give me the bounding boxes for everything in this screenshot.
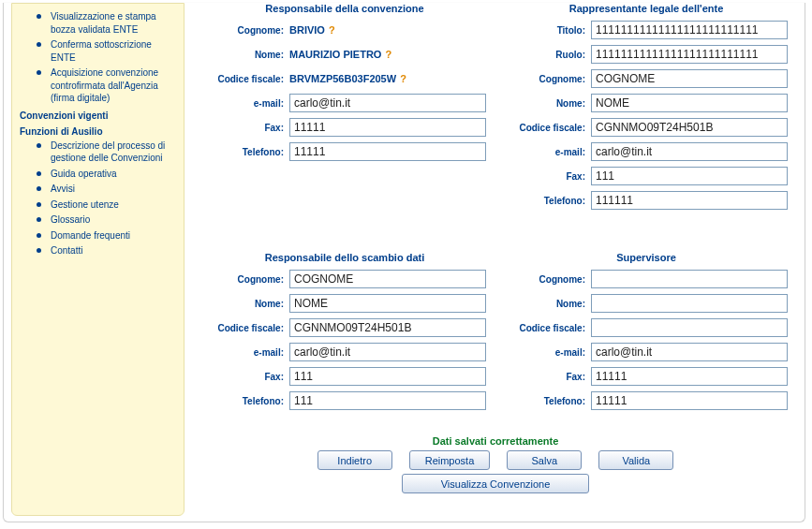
value-cognome: BRIVIO ? — [289, 24, 335, 36]
sidebar-heading-funzioni: Funzioni di Ausilio — [20, 126, 176, 137]
main-content: Responsabile della convenzione Cognome: … — [185, 3, 797, 516]
fax-input[interactable] — [591, 167, 788, 185]
sidebar-item[interactable]: Avvisi — [20, 183, 176, 196]
fax-input[interactable] — [289, 118, 486, 137]
label-cognome: Cognome: — [505, 274, 591, 285]
sidebar-list-bottom: Descrizione del processo di gestione del… — [20, 140, 176, 257]
sidebar-item[interactable]: Gestione utenze — [20, 198, 176, 212]
sidebar-item[interactable]: Guida operativa — [20, 168, 176, 181]
label-telefono: Telefono: — [505, 396, 591, 406]
section-responsabile-convenzione: Responsabile della convenzione Cognome: … — [203, 3, 486, 214]
label-nome: Nome: — [203, 50, 289, 60]
label-cognome: Cognome: — [203, 25, 289, 36]
label-titolo: Titolo: — [505, 25, 591, 36]
sidebar-list-top: Visualizzazione e stampa bozza validata … — [20, 10, 176, 105]
label-nome: Nome: — [505, 299, 591, 309]
warning-icon[interactable]: ? — [385, 49, 391, 60]
sidebar-heading-convenzioni[interactable]: Convenzioni vigenti — [20, 110, 176, 121]
valida-button[interactable]: Valida — [598, 450, 673, 470]
sidebar-item[interactable]: Contatti — [20, 244, 176, 257]
cognome-input[interactable] — [289, 270, 486, 288]
codice-fiscale-input[interactable] — [591, 318, 788, 337]
telefono-input[interactable] — [289, 391, 486, 410]
email-input[interactable] — [289, 94, 486, 112]
label-nome: Nome: — [203, 299, 289, 309]
label-fax: Fax: — [505, 171, 591, 182]
section-title: Responsabile della convenzione — [203, 3, 486, 14]
label-email: e-mail: — [203, 347, 289, 358]
fax-input[interactable] — [591, 367, 788, 386]
label-codice-fiscale: Codice fiscale: — [203, 323, 289, 333]
cognome-input[interactable] — [591, 69, 788, 88]
label-fax: Fax: — [505, 372, 591, 382]
section-rappresentante-legale: Rappresentante legale dell'ente Titolo: … — [505, 3, 788, 214]
telefono-input[interactable] — [591, 391, 788, 410]
label-telefono: Telefono: — [203, 396, 289, 406]
indietro-button[interactable]: Indietro — [317, 450, 392, 470]
sidebar-item[interactable]: Descrizione del processo di gestione del… — [20, 140, 176, 165]
label-fax: Fax: — [203, 372, 289, 382]
value-codice-fiscale: BRVMZP56B03F205W ? — [289, 73, 406, 84]
warning-icon[interactable]: ? — [400, 73, 406, 84]
section-title: Responsabile dello scambio dati — [203, 252, 486, 263]
sidebar-item[interactable]: Visualizzazione e stampa bozza validata … — [20, 10, 176, 36]
email-input[interactable] — [591, 142, 788, 161]
nome-input[interactable] — [591, 94, 788, 112]
nome-input[interactable] — [289, 294, 486, 313]
sidebar-item[interactable]: Domande frequenti — [20, 229, 176, 242]
codice-fiscale-input[interactable] — [591, 118, 788, 137]
status-message: Dati salvati correttamente — [203, 435, 788, 447]
ruolo-input[interactable] — [591, 45, 788, 64]
label-fax: Fax: — [203, 123, 289, 133]
cognome-input[interactable] — [591, 270, 788, 288]
label-cognome: Cognome: — [203, 274, 289, 285]
label-codice-fiscale: Codice fiscale: — [505, 323, 591, 333]
section-title: Supervisore — [505, 252, 788, 263]
nome-input[interactable] — [591, 294, 788, 313]
section-responsabile-scambio: Responsabile dello scambio dati Cognome:… — [203, 252, 486, 415]
section-title: Rappresentante legale dell'ente — [505, 3, 788, 14]
sidebar-item[interactable]: Acquisizione convenzione controfirmata d… — [20, 66, 176, 105]
value-nome: MAURIZIO PIETRO ? — [289, 49, 391, 60]
fax-input[interactable] — [289, 367, 486, 386]
sidebar-item[interactable]: Glossario — [20, 213, 176, 227]
label-codice-fiscale: Codice fiscale: — [505, 123, 591, 133]
telefono-input[interactable] — [289, 142, 486, 161]
email-input[interactable] — [591, 343, 788, 361]
label-email: e-mail: — [203, 98, 289, 109]
titolo-input[interactable] — [591, 21, 788, 39]
buttons-container: Indietro Reimposta Salva Valida Visualiz… — [203, 450, 788, 493]
sidebar-item[interactable]: Conferma sottoscrizione ENTE — [20, 38, 176, 64]
label-email: e-mail: — [505, 147, 591, 157]
label-cognome: Cognome: — [505, 74, 591, 84]
reimposta-button[interactable]: Reimposta — [409, 450, 491, 470]
warning-icon[interactable]: ? — [329, 24, 335, 36]
sidebar-nav: Visualizzazione e stampa bozza validata … — [11, 3, 185, 516]
salva-button[interactable]: Salva — [507, 450, 582, 470]
section-supervisore: Supervisore Cognome: Nome: Codice fiscal… — [505, 252, 788, 415]
label-nome: Nome: — [505, 98, 591, 109]
label-email: e-mail: — [505, 347, 591, 358]
label-ruolo: Ruolo: — [505, 50, 591, 60]
visualizza-convenzione-button[interactable]: Visualizza Convenzione — [402, 474, 589, 493]
label-codice-fiscale: Codice fiscale: — [203, 74, 289, 84]
label-telefono: Telefono: — [203, 147, 289, 157]
email-input[interactable] — [289, 343, 486, 361]
label-telefono: Telefono: — [505, 196, 591, 206]
telefono-input[interactable] — [591, 191, 788, 210]
codice-fiscale-input[interactable] — [289, 318, 486, 337]
